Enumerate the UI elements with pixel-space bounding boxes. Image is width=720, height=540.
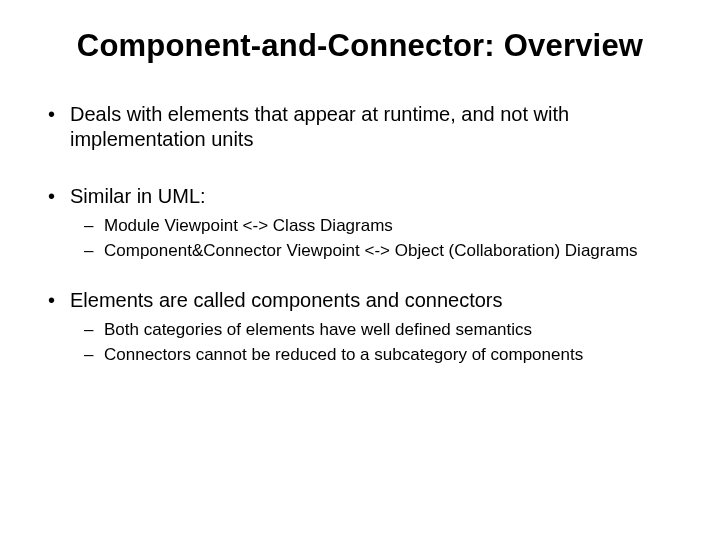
sub-bullet-list: Module Viewpoint <-> Class Diagrams Comp… <box>70 215 680 262</box>
sub-bullet-text: Module Viewpoint <-> Class Diagrams <box>104 216 393 235</box>
slide: Component-and-Connector: Overview Deals … <box>0 0 720 540</box>
sub-bullet-list: Both categories of elements have well de… <box>70 319 680 366</box>
sub-bullet-text: Connectors cannot be reduced to a subcat… <box>104 345 583 364</box>
slide-title: Component-and-Connector: Overview <box>40 28 680 64</box>
sub-bullet-item: Connectors cannot be reduced to a subcat… <box>70 344 680 366</box>
bullet-text: Similar in UML: <box>70 185 206 207</box>
bullet-text: Elements are called components and conne… <box>70 289 502 311</box>
sub-bullet-item: Component&Connector Viewpoint <-> Object… <box>70 240 680 262</box>
sub-bullet-item: Module Viewpoint <-> Class Diagrams <box>70 215 680 237</box>
sub-bullet-item: Both categories of elements have well de… <box>70 319 680 341</box>
sub-bullet-text: Component&Connector Viewpoint <-> Object… <box>104 241 638 260</box>
bullet-item: Similar in UML: Module Viewpoint <-> Cla… <box>40 184 680 262</box>
bullet-item: Deals with elements that appear at runti… <box>40 102 680 152</box>
bullet-item: Elements are called components and conne… <box>40 288 680 366</box>
bullet-list: Deals with elements that appear at runti… <box>40 102 680 366</box>
bullet-text: Deals with elements that appear at runti… <box>70 103 569 150</box>
sub-bullet-text: Both categories of elements have well de… <box>104 320 532 339</box>
